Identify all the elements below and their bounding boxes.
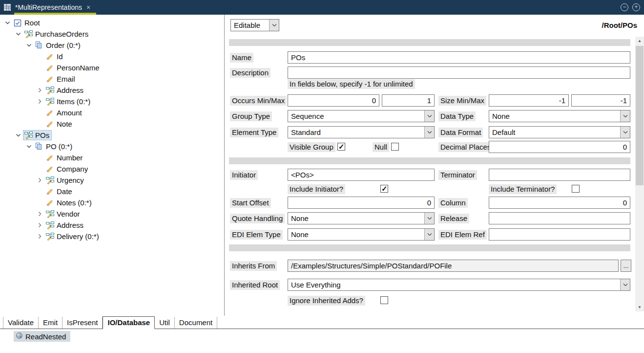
- chevron-right-icon[interactable]: [36, 99, 43, 105]
- inherited-root-value: Use Everything: [288, 279, 620, 290]
- size-min-input[interactable]: [489, 94, 569, 107]
- release-input[interactable]: [489, 212, 630, 224]
- inherits-from-input[interactable]: [288, 260, 619, 272]
- scroll-up-icon[interactable]: ▲: [635, 37, 644, 45]
- name-label: Name: [230, 53, 253, 63]
- tree-item-note[interactable]: Note: [0, 118, 224, 130]
- terminator-input[interactable]: [489, 169, 630, 181]
- section-divider: [229, 39, 630, 46]
- chevron-down-icon[interactable]: [620, 110, 630, 122]
- chevron-down-icon[interactable]: [620, 127, 630, 138]
- tree-item-address[interactable]: Address: [0, 85, 224, 96]
- chevron-down-icon[interactable]: [424, 127, 434, 138]
- tab-document[interactable]: Document: [175, 317, 217, 329]
- chevron-down-icon[interactable]: [4, 20, 11, 26]
- occurs-max-input[interactable]: [382, 94, 435, 107]
- chevron-down-icon[interactable]: [15, 31, 22, 37]
- list-item-readnested[interactable]: ReadNested: [14, 331, 70, 342]
- branch-icon: [24, 132, 33, 139]
- vertical-scrollbar[interactable]: ▲ ▼: [635, 37, 644, 311]
- edi-elem-type-select[interactable]: None: [288, 228, 435, 241]
- chevron-right-icon[interactable]: [36, 88, 43, 93]
- group-type-label: Group Type: [230, 111, 272, 121]
- tab-emit[interactable]: Emit: [39, 317, 62, 329]
- document-tab[interactable]: *MultiRepresentations ×: [14, 0, 96, 15]
- tree-item-id[interactable]: Id: [0, 51, 224, 62]
- group-type-value: Sequence: [288, 110, 424, 122]
- tree-item-pos[interactable]: POs: [0, 130, 224, 141]
- include-terminator-checkbox[interactable]: [572, 185, 580, 193]
- tree-item-urgency[interactable]: Urgency: [0, 175, 224, 186]
- chevron-right-icon[interactable]: [36, 234, 43, 240]
- visible-group-checkbox[interactable]: [337, 143, 345, 151]
- section-divider: [229, 244, 630, 251]
- twisty-spacer: [36, 200, 43, 206]
- tree-item-date[interactable]: Date: [0, 186, 224, 197]
- tree-item-vendor[interactable]: Vendor: [0, 208, 224, 220]
- chevron-down-icon[interactable]: [25, 144, 33, 150]
- tab-io-database[interactable]: IO/Database: [103, 316, 155, 329]
- include-initiator-checkbox[interactable]: [380, 185, 388, 193]
- tab-ispresent[interactable]: IsPresent: [62, 317, 103, 329]
- chevron-down-icon[interactable]: [25, 43, 33, 48]
- decimal-places-input[interactable]: [489, 141, 630, 153]
- tree-item-items-0[interactable]: Items (0:*): [0, 96, 224, 107]
- start-offset-input[interactable]: [288, 197, 435, 209]
- tree-item-number[interactable]: Number: [0, 152, 224, 163]
- collapse-all-button[interactable]: −: [621, 3, 628, 11]
- chevron-down-icon[interactable]: [15, 132, 22, 138]
- inherited-root-select[interactable]: Use Everything: [288, 279, 630, 291]
- mode-select[interactable]: Editable: [230, 19, 279, 31]
- leaf-icon: [45, 188, 54, 196]
- description-input[interactable]: [288, 66, 630, 79]
- twisty-spacer: [36, 155, 43, 161]
- tree-item-personname[interactable]: PersonName: [0, 62, 224, 73]
- expand-all-button[interactable]: +: [632, 3, 640, 11]
- chevron-right-icon[interactable]: [36, 222, 43, 228]
- data-type-select[interactable]: None: [489, 110, 630, 122]
- browse-button[interactable]: ...: [621, 260, 631, 272]
- element-type-select[interactable]: Standard: [288, 126, 435, 138]
- chevron-down-icon[interactable]: [620, 279, 630, 290]
- selected-node-path: /Root/POs: [602, 21, 637, 29]
- tree-item-purchaseorders[interactable]: PurchaseOrders: [0, 28, 224, 40]
- description-label: Description: [230, 68, 270, 78]
- branch-icon: [45, 87, 54, 94]
- null-checkbox[interactable]: [391, 143, 399, 151]
- leaf-icon: [45, 109, 54, 117]
- group-type-select[interactable]: Sequence: [288, 110, 435, 122]
- tree-item-email[interactable]: Email: [0, 73, 224, 85]
- tree-item-root[interactable]: Root: [0, 17, 224, 28]
- tree-item-amount[interactable]: Amount: [0, 107, 224, 118]
- chevron-down-icon[interactable]: [424, 229, 434, 240]
- tree-item-order-0[interactable]: Order (0:*): [0, 40, 224, 51]
- root-icon: [13, 19, 22, 27]
- chevron-right-icon[interactable]: [36, 177, 43, 183]
- scrollbar-thumb[interactable]: [636, 46, 644, 185]
- record-icon: [35, 143, 43, 151]
- name-input[interactable]: [288, 51, 630, 64]
- chevron-down-icon[interactable]: [269, 20, 279, 31]
- tab-close-icon[interactable]: ×: [86, 3, 90, 11]
- chevron-down-icon[interactable]: [424, 213, 434, 224]
- occurs-min-input[interactable]: [288, 94, 379, 107]
- branch-icon: [24, 30, 33, 38]
- tab-util[interactable]: Util: [155, 317, 175, 329]
- initiator-input[interactable]: [288, 169, 435, 181]
- tree-item-address[interactable]: Address: [0, 220, 224, 231]
- chevron-down-icon[interactable]: [424, 110, 434, 122]
- quote-handling-select[interactable]: None: [288, 212, 435, 224]
- size-max-input[interactable]: [571, 94, 630, 107]
- tab-validate[interactable]: Validate: [3, 317, 39, 329]
- data-format-label: Data Format: [438, 128, 483, 137]
- scroll-down-icon[interactable]: ▼: [635, 303, 644, 311]
- ignore-inherited-checkbox[interactable]: [380, 296, 388, 304]
- tree-item-po-0[interactable]: PO (0:*): [0, 141, 224, 152]
- column-input[interactable]: [489, 197, 630, 209]
- edi-elem-ref-input[interactable]: [489, 228, 630, 241]
- data-format-select[interactable]: Default: [489, 126, 630, 138]
- tree-item-company[interactable]: Company: [0, 163, 224, 175]
- tree-item-delivery-0[interactable]: Delivery (0:*): [0, 231, 224, 242]
- chevron-right-icon[interactable]: [36, 211, 43, 217]
- tree-item-notes-0[interactable]: Notes (0:*): [0, 197, 224, 208]
